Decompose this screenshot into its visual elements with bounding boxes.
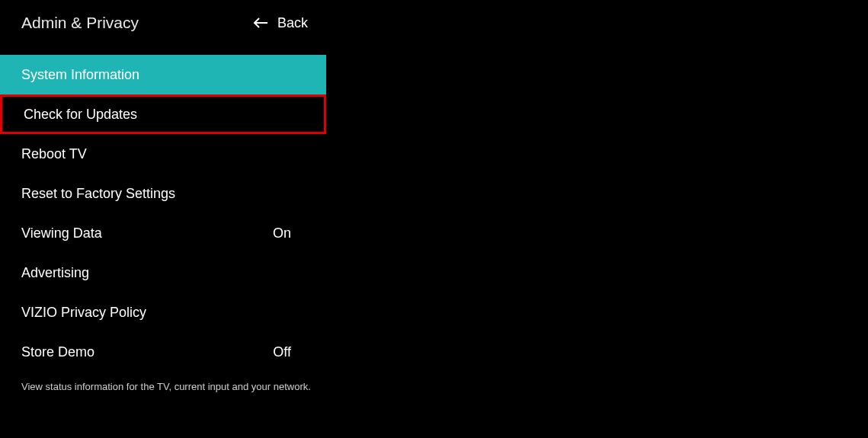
menu-item-system-information[interactable]: System Information bbox=[0, 55, 326, 94]
menu-item-value: Off bbox=[273, 344, 305, 360]
back-arrow-icon bbox=[253, 18, 268, 28]
menu-item-label: System Information bbox=[21, 67, 139, 83]
menu-item-reset-factory[interactable]: Reset to Factory Settings bbox=[0, 174, 326, 213]
menu-item-label: Viewing Data bbox=[21, 225, 102, 241]
back-label: Back bbox=[277, 15, 308, 31]
menu-item-check-for-updates[interactable]: Check for Updates bbox=[0, 94, 326, 134]
menu-item-label: Reboot TV bbox=[21, 146, 87, 162]
page-title: Admin & Privacy bbox=[21, 14, 139, 32]
menu-item-label: VIZIO Privacy Policy bbox=[21, 305, 146, 321]
menu-item-label: Advertising bbox=[21, 265, 89, 281]
menu-item-label: Check for Updates bbox=[24, 107, 137, 123]
menu-item-label: Reset to Factory Settings bbox=[21, 186, 175, 202]
menu-item-store-demo[interactable]: Store Demo Off bbox=[0, 332, 326, 372]
menu-item-advertising[interactable]: Advertising bbox=[0, 253, 326, 293]
footer-hint: View status information for the TV, curr… bbox=[21, 381, 311, 392]
menu-item-viewing-data[interactable]: Viewing Data On bbox=[0, 213, 326, 253]
back-button[interactable]: Back bbox=[253, 15, 308, 31]
header: Admin & Privacy Back bbox=[0, 0, 868, 32]
menu-item-label: Store Demo bbox=[21, 344, 94, 360]
menu-item-reboot-tv[interactable]: Reboot TV bbox=[0, 134, 326, 174]
menu-list: System Information Check for Updates Reb… bbox=[0, 55, 868, 372]
menu-item-privacy-policy[interactable]: VIZIO Privacy Policy bbox=[0, 293, 326, 332]
menu-item-value: On bbox=[273, 225, 305, 241]
